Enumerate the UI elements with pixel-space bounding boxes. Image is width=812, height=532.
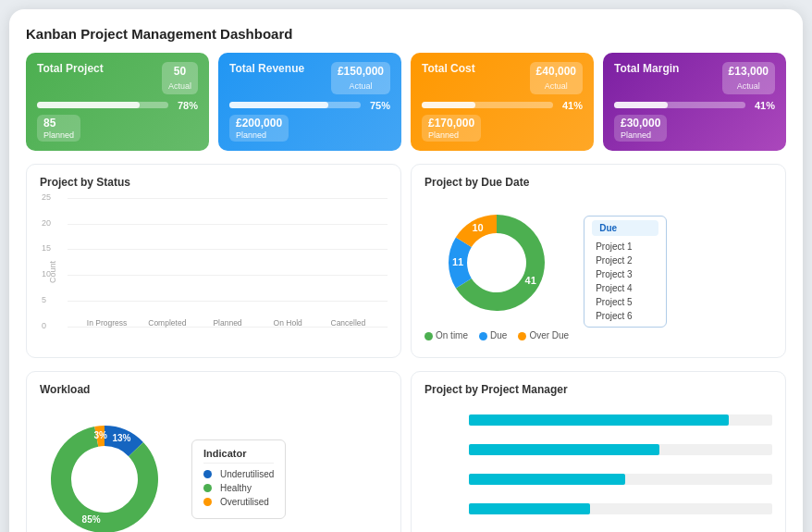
bar-chart-bars: In Progress Completed Planned On Hold Ca… (68, 198, 388, 328)
due-legend-item: Project 4 (592, 281, 658, 295)
kpi-progress-pct: 75% (366, 100, 390, 111)
bar-item: Planned (197, 315, 257, 328)
workload-legend-item: Underutilised (203, 469, 274, 479)
dashboard-container: Kanban Project Management Dashboard Tota… (9, 9, 803, 532)
workload-legend-title: Indicator (203, 448, 274, 464)
kpi-row: Total Project 50 Actual 78% 85 Planned T… (26, 53, 786, 151)
hbar-container: James Sophia Sean Jim Lucy 051 (469, 405, 772, 532)
workload-chart-title: Workload (40, 383, 388, 396)
bar-label: Planned (213, 318, 241, 328)
kpi-planned-badge: £170,000 Planned (422, 115, 481, 142)
hbar-fill (469, 474, 625, 485)
workload-label: 85% (82, 514, 101, 525)
kpi-actual-badge: £40,000 Actual (530, 62, 583, 94)
kpi-progress-bg (37, 102, 168, 108)
kpi-progress-pct: 41% (751, 100, 775, 111)
due-legend-item: Project 2 (592, 254, 658, 267)
kpi-planned-badge: £30,000 Planned (614, 115, 667, 142)
status-bar-chart: Count2520151050 In Progress Completed Pl… (40, 198, 388, 346)
hbar-fill (469, 503, 590, 514)
manager-chart-title: Project by Project Manager (424, 383, 772, 396)
manager-chart-panel: Project by Project Manager James Sophia … (411, 371, 786, 532)
due-legend-item: Project 5 (592, 295, 658, 309)
hbar-item: Sophia (469, 444, 772, 455)
bar-item: Cancelled (318, 315, 378, 328)
kpi-label: Total Cost (422, 62, 475, 75)
due-legend-box: DueProject 1Project 2Project 3Project 4P… (584, 216, 667, 328)
kpi-card-total-revenue: Total Revenue £150,000 Actual 75% £200,0… (218, 53, 401, 151)
donut-label: 10 (473, 222, 484, 233)
kpi-label: Total Project (37, 62, 104, 75)
donut-label: 11 (452, 256, 463, 267)
bar-item: On Hold (258, 315, 318, 328)
kpi-progress-fill (422, 102, 475, 108)
kpi-progress-fill (37, 102, 140, 108)
kpi-progress-pct: 78% (174, 100, 198, 111)
bar-label: Completed (148, 318, 186, 328)
bar-item: Completed (137, 315, 197, 328)
hbar-item: James (469, 414, 772, 426)
kpi-progress-bg (229, 102, 361, 108)
kpi-actual-badge: 50 Actual (162, 62, 198, 94)
hbar-item: Sean (469, 474, 772, 485)
bar-item: In Progress (77, 315, 137, 328)
manager-hbar-chart: James Sophia Sean Jim Lucy 051 (424, 405, 772, 532)
donut-dots-row: On timeDueOver Due (424, 330, 569, 340)
due-date-chart-panel: Project by Due Date 411110 On timeDueOve… (411, 164, 786, 358)
hbar-track (469, 444, 772, 455)
bar-label: In Progress (87, 318, 127, 328)
kpi-progress-fill (229, 102, 328, 108)
kpi-actual-badge: £13,000 Actual (722, 62, 775, 94)
hbar-fill (469, 414, 729, 426)
kpi-planned-badge: £200,000 Planned (229, 115, 289, 142)
legend-dot-item: Due (479, 330, 507, 340)
kpi-actual-badge: £150,000 Actual (331, 62, 390, 94)
kpi-progress-bg (614, 102, 745, 108)
charts-row-1: Project by Status Count2520151050 In Pro… (26, 164, 786, 358)
kpi-card-total-project: Total Project 50 Actual 78% 85 Planned (26, 53, 209, 151)
kpi-progress-bg (422, 102, 553, 108)
kpi-progress-pct: 41% (559, 100, 583, 111)
hbar-track (469, 474, 772, 485)
kpi-progress-fill (614, 102, 668, 108)
workload-donut-area: 13%85%3% Indicator Underutilised Healthy… (40, 405, 388, 532)
hbar-track (469, 503, 772, 514)
workload-legend-item: Overutilised (203, 497, 274, 507)
hbar-rows: James Sophia Sean Jim Lucy (469, 405, 772, 532)
status-chart-panel: Project by Status Count2520151050 In Pro… (26, 164, 401, 358)
charts-row-2: Workload 13%85%3% Indicator Underutilise… (26, 371, 786, 532)
due-legend-title: Due (592, 220, 658, 236)
due-legend-item: Project 1 (592, 240, 658, 254)
legend-dot-item: On time (424, 330, 468, 340)
legend-dot-item: Over Due (518, 330, 569, 340)
bar-label: Cancelled (331, 318, 366, 328)
due-date-chart-title: Project by Due Date (424, 176, 772, 189)
donut-label: 41 (525, 276, 536, 287)
due-date-donut-svg: 411110 (437, 203, 557, 323)
bar-label: On Hold (274, 318, 302, 328)
kpi-label: Total Margin (614, 62, 679, 75)
hbar-track (469, 414, 772, 426)
kpi-planned-badge: 85 Planned (37, 115, 80, 142)
workload-label: 13% (112, 433, 130, 443)
due-legend-item: Project 3 (592, 267, 658, 281)
workload-legend-box: Indicator Underutilised Healthy Overutil… (191, 439, 286, 519)
workload-chart-panel: Workload 13%85%3% Indicator Underutilise… (26, 371, 401, 532)
workload-legend-item: Healthy (203, 483, 274, 493)
kpi-card-total-margin: Total Margin £13,000 Actual 41% £30,000 … (603, 53, 786, 151)
hbar-item: Jim (469, 503, 772, 514)
workload-label: 3% (93, 430, 107, 440)
dashboard-title: Kanban Project Management Dashboard (26, 26, 786, 42)
due-legend-item: Project 6 (592, 309, 658, 323)
due-date-donut-area: 411110 On timeDueOver Due DueProject 1Pr… (424, 198, 772, 346)
kpi-label: Total Revenue (229, 62, 304, 75)
workload-donut-svg: 13%85%3% (40, 414, 169, 532)
kpi-card-total-cost: Total Cost £40,000 Actual 41% £170,000 P… (411, 53, 594, 151)
hbar-fill (469, 444, 659, 455)
status-chart-title: Project by Status (40, 176, 388, 189)
